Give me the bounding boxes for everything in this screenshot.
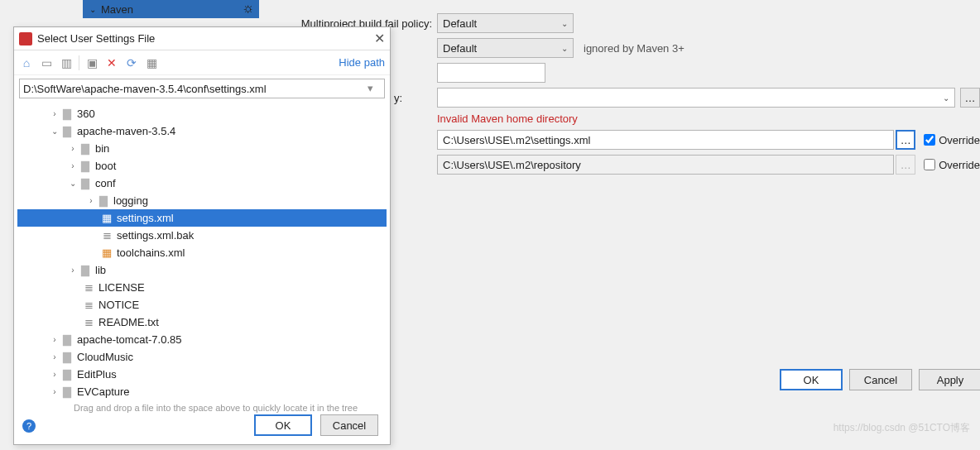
show-hidden-icon[interactable]: ▦ [144,55,159,70]
tree-file[interactable]: ≣NOTICE [17,296,387,314]
browse-user-settings-button[interactable]: … [896,130,915,150]
dialog-toolbar: ⌂ ▭ ▥ ▣ ✕ ⟳ ▦ Hide path [14,50,390,75]
small-input[interactable] [437,63,545,83]
apply-button[interactable]: Apply [919,369,980,390]
delete-icon[interactable]: ✕ [104,55,119,70]
tree-folder[interactable]: ⌄▇apache-maven-3.5.4 [17,122,387,140]
tree-folder[interactable]: ⌄▇conf [17,175,387,192]
help-icon[interactable]: ? [22,419,36,433]
tree-file[interactable]: ≣README.txt [17,314,387,331]
tree-file-selected[interactable]: ▦settings.xml [17,209,387,227]
desktop-icon[interactable]: ▭ [39,55,54,70]
history-icon[interactable]: ▾ [368,82,381,95]
chevron-down-icon: ⌄ [89,5,96,14]
error-message: Invalid Maven home directory [437,112,980,125]
tree-folder[interactable]: ›▇EditPlus [17,366,387,383]
dialog-titlebar: Select User Settings File ✕ [14,27,390,50]
file-chooser-dialog: Select User Settings File ✕ ⌂ ▭ ▥ ▣ ✕ ⟳ … [13,26,391,445]
tree-folder[interactable]: ›▇EVCapture [17,383,387,400]
file-tree[interactable]: ›▇360 ⌄▇apache-maven-3.5.4 ›▇bin ›▇boot … [14,102,390,400]
dialog-buttons: OK Cancel [254,414,378,436]
tree-file[interactable]: ≣settings.xml.bak [17,227,387,244]
browse-local-repo-button: … [896,155,915,175]
drag-drop-hint: Drag and drop a file into the space abov… [14,400,390,416]
override-local-repo-checkbox[interactable]: Override [924,159,980,171]
override-user-settings-checkbox[interactable]: Override [924,134,980,146]
dialog-cancel-button[interactable]: Cancel [320,414,378,436]
tree-folder[interactable]: ›▇CloudMusic [17,348,387,366]
new-folder-icon[interactable]: ▣ [84,55,99,70]
dialog-main-buttons: OK Cancel Apply [780,369,980,390]
hide-path-link[interactable]: Hide path [339,56,385,69]
gear-icon[interactable]: ⛭ [243,2,254,16]
chevron-down-icon: ⌄ [943,93,949,103]
app-icon [19,32,32,45]
tree-folder[interactable]: ›▇boot [17,157,387,175]
close-icon[interactable]: ✕ [374,31,385,46]
tree-folder[interactable]: ›▇lib [17,261,387,279]
ok-button[interactable]: OK [780,369,843,390]
tree-folder[interactable]: ›▇360 [17,105,387,122]
path-input[interactable] [23,83,364,95]
dialog-title: Select User Settings File [37,32,155,45]
tree-file[interactable]: ▦toolchains.xml [17,244,387,261]
sidebar-item-maven[interactable]: ⌄ Maven ⛭ [83,0,259,18]
chevron-down-icon: ⌄ [561,44,568,53]
tree-file[interactable]: ≣LICENSE [17,279,387,296]
tree-folder[interactable]: ›▇apache-tomcat-7.0.85 [17,331,387,348]
path-input-box[interactable]: ▾ [19,79,385,98]
watermark: https://blog.csdn @51CTO博客 [833,421,970,435]
home-icon[interactable]: ⌂ [19,55,34,70]
browse-button[interactable]: … [960,88,980,108]
tree-folder[interactable]: ›▇bin [17,140,387,157]
chevron-down-icon: ⌄ [561,19,568,28]
dialog-ok-button[interactable]: OK [254,414,312,436]
project-icon[interactable]: ▥ [59,55,74,70]
local-repo-input: C:\Users\USE\.m2\repository [437,155,894,175]
tree-folder[interactable]: ›▇logging [17,192,387,209]
cancel-button[interactable]: Cancel [849,369,912,390]
policy-dropdown[interactable]: Default⌄ [437,13,574,33]
ignored-note: ignored by Maven 3+ [584,42,685,55]
sidebar-label: Maven [101,3,133,16]
secondary-dropdown[interactable]: Default⌄ [437,38,574,58]
maven-home-dropdown[interactable]: ⌄ [437,88,955,108]
user-settings-input[interactable]: C:\Users\USE\.m2\settings.xml [437,130,894,150]
refresh-icon[interactable]: ⟳ [124,55,139,70]
